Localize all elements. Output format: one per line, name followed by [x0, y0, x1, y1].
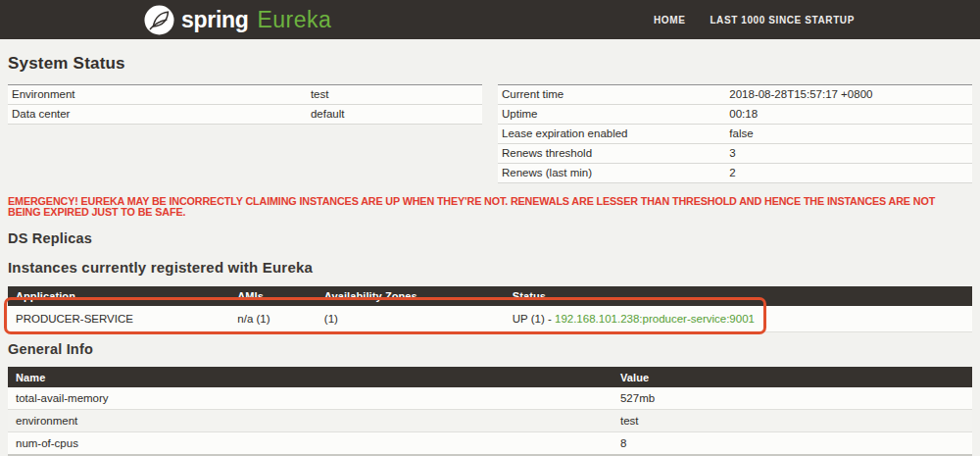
col-header-status: Status [505, 286, 972, 306]
general-info-value: test [612, 409, 972, 431]
system-status-title: System Status [8, 54, 972, 74]
status-value: default [307, 105, 482, 125]
table-row: Environment test [8, 85, 482, 105]
table-row: Lease expiration enabled false [498, 125, 972, 144]
table-row: Current time 2018-08-28T15:57:17 +0800 [498, 85, 972, 105]
table-row: Renews threshold 3 [498, 144, 972, 164]
runtime-status-table: Current time 2018-08-28T15:57:17 +0800 U… [498, 84, 972, 183]
status-value: 2 [725, 164, 972, 183]
status-label: Renews threshold [498, 144, 725, 164]
general-info-name: environment [8, 409, 612, 431]
col-header-application: Application [8, 286, 229, 306]
nav-link-last-1000[interactable]: LAST 1000 SINCE STARTUP [710, 15, 855, 25]
col-header-availability-zones: Availability Zones [317, 286, 505, 306]
instance-application: PRODUCER-SERVICE [8, 306, 229, 332]
status-label: Data center [8, 105, 307, 125]
instances-table: Application AMIs Availability Zones Stat… [8, 286, 972, 332]
table-row: Renews (last min) 2 [498, 164, 972, 183]
instance-status: UP (1) - 192.168.101.238:producer-servic… [505, 306, 972, 332]
spring-leaf-icon [144, 5, 174, 35]
status-value: 00:18 [725, 105, 972, 125]
col-header-value: Value [612, 367, 972, 387]
col-header-amis: AMIs [229, 286, 317, 306]
status-value: 3 [725, 144, 972, 164]
page-content: System Status Environment test Data cent… [0, 54, 980, 456]
general-info-value: 8 [612, 431, 972, 455]
instance-zones: (1) [317, 306, 505, 332]
instance-link[interactable]: 192.168.101.238:producer-service:9001 [555, 313, 755, 325]
general-info-table: Name Value total-avail-memory 527mb envi… [8, 367, 972, 456]
system-status-tables: Environment test Data center default Cur… [8, 84, 972, 183]
table-row: environment test [8, 409, 972, 431]
table-row: Data center default [8, 105, 482, 125]
general-info-name: num-of-cpus [8, 431, 612, 455]
navbar-links: HOME LAST 1000 SINCE STARTUP [654, 0, 855, 39]
general-info-name: total-avail-memory [8, 387, 612, 410]
status-label: Renews (last min) [498, 164, 725, 183]
emergency-message: EMERGENCY! EUREKA MAY BE INCORRECTLY CLA… [8, 196, 970, 219]
instance-status-prefix: UP (1) - [513, 313, 555, 325]
status-label: Current time [498, 85, 725, 105]
instances-title: Instances currently registered with Eure… [8, 259, 972, 277]
nav-link-home[interactable]: HOME [654, 15, 685, 25]
status-label: Environment [8, 85, 307, 105]
environment-table: Environment test Data center default [8, 84, 482, 125]
table-header-row: Name Value [8, 367, 972, 387]
col-header-name: Name [8, 367, 612, 387]
table-row: Uptime 00:18 [498, 105, 972, 125]
brand-spring-text: spring [181, 7, 248, 33]
top-navbar: spring Eureka HOME LAST 1000 SINCE START… [0, 0, 980, 39]
status-value: test [307, 85, 482, 105]
table-row: num-of-cpus 8 [8, 431, 972, 455]
status-label: Lease expiration enabled [498, 125, 725, 144]
instances-table-wrap: Application AMIs Availability Zones Stat… [8, 286, 972, 332]
table-row: PRODUCER-SERVICE n/a (1) (1) UP (1) - 19… [8, 306, 972, 332]
general-info-title: General Info [8, 341, 972, 358]
brand-eureka-text: Eureka [257, 7, 331, 33]
status-label: Uptime [498, 105, 725, 125]
general-info-value: 527mb [612, 387, 972, 410]
instance-amis: n/a (1) [229, 306, 317, 332]
table-header-row: Application AMIs Availability Zones Stat… [8, 286, 972, 306]
status-value: 2018-08-28T15:57:17 +0800 [725, 85, 972, 105]
ds-replicas-title: DS Replicas [8, 230, 972, 247]
status-value: false [725, 125, 972, 144]
table-row: total-avail-memory 527mb [8, 387, 972, 410]
spring-eureka-logo: spring Eureka [144, 0, 331, 39]
